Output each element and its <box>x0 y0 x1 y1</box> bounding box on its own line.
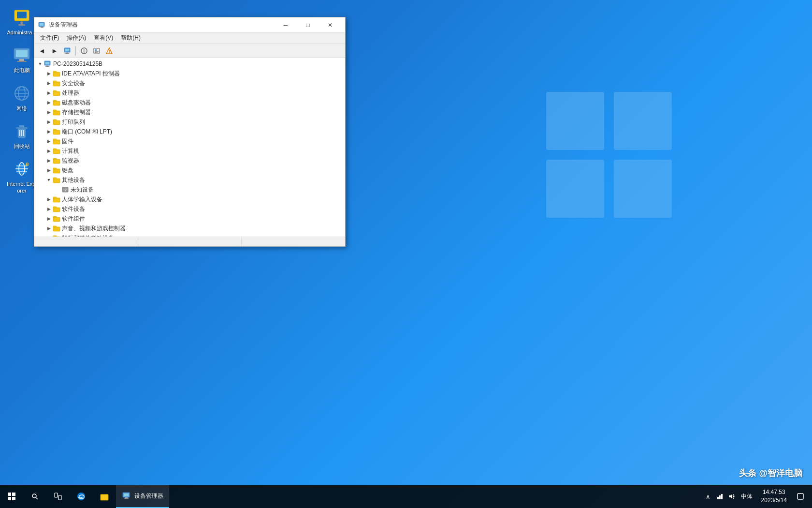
tree-expand-toggle[interactable]: ▶ <box>45 70 53 77</box>
tree-item-label: 端口 (COM 和 LPT) <box>62 128 112 136</box>
update-driver-button[interactable]: ! <box>103 45 115 57</box>
tree-expand-toggle[interactable]: ▶ <box>45 99 53 106</box>
tree-item-label: 未知设备 <box>71 186 94 194</box>
tree-item[interactable]: ▼PC-20230514125B <box>34 59 345 69</box>
tree-item[interactable]: ▶声音、视频和游戏控制器 <box>34 224 345 233</box>
svg-rect-0 <box>546 92 604 150</box>
tree-expand-toggle[interactable]: ▶ <box>45 195 53 203</box>
tree-item-label: 软件设备 <box>62 205 85 213</box>
menu-file[interactable]: 文件(F) <box>36 33 63 43</box>
close-button[interactable]: ✕ <box>319 17 341 33</box>
window-title: 设备管理器 <box>49 21 275 29</box>
tree-item[interactable]: ▶鼠标和其他指针设备 <box>34 233 345 237</box>
tree-item[interactable]: ▶安全设备 <box>34 78 345 88</box>
tree-item[interactable]: ▶IDE ATA/ATAPI 控制器 <box>34 69 345 78</box>
tree-item-icon <box>53 128 60 135</box>
tree-expand-toggle[interactable]: ▶ <box>45 79 53 87</box>
tree-item-label: 监视器 <box>62 157 79 165</box>
show-hidden-button[interactable] <box>91 45 102 57</box>
device-manager-taskbar-icon <box>122 491 131 501</box>
svg-rect-100 <box>58 495 61 500</box>
taskbar-edge[interactable] <box>70 485 93 508</box>
start-button[interactable] <box>0 485 23 508</box>
tree-item[interactable]: ▶磁盘驱动器 <box>34 98 345 107</box>
tree-expand-toggle[interactable]: ▶ <box>45 128 53 135</box>
tree-item[interactable]: ▼其他设备 <box>34 175 345 185</box>
minimize-button[interactable]: ─ <box>275 17 297 33</box>
svg-rect-46 <box>45 62 49 64</box>
tree-item[interactable]: ▶人体学输入设备 <box>34 194 345 204</box>
tree-view[interactable]: ▼PC-20230514125B▶IDE ATA/ATAPI 控制器▶安全设备▶… <box>34 58 345 237</box>
tree-item[interactable]: ▶计算机 <box>34 146 345 156</box>
svg-rect-50 <box>53 71 57 73</box>
taskbar-device-manager[interactable]: 设备管理器 <box>116 485 169 508</box>
tree-expand-toggle[interactable]: ▶ <box>45 157 53 164</box>
properties-button[interactable]: i <box>78 45 90 57</box>
tree-item[interactable]: ▶处理器 <box>34 88 345 98</box>
tray-volume-icon[interactable] <box>726 492 736 501</box>
tree-item[interactable]: ▶软件设备 <box>34 204 345 214</box>
tree-item[interactable]: ▶存储控制器 <box>34 107 345 117</box>
tree-expand-toggle[interactable]: ▶ <box>45 166 53 174</box>
svg-rect-81 <box>53 227 60 231</box>
tree-item[interactable]: ▶键盘 <box>34 165 345 175</box>
tree-item[interactable]: ▶软件组件 <box>34 214 345 224</box>
menubar: 文件(F) 操作(A) 查看(V) 帮助(H) <box>34 33 345 44</box>
svg-rect-107 <box>124 498 129 499</box>
tree-expand-toggle[interactable]: ▶ <box>45 215 53 223</box>
tree-expand-toggle[interactable]: ▶ <box>45 108 53 116</box>
tree-item-icon <box>53 89 60 97</box>
tray-network-icon[interactable] <box>715 492 725 501</box>
svg-rect-75 <box>53 198 60 202</box>
tree-item[interactable]: ▶监视器 <box>34 156 345 165</box>
tree-item-label: 其他设备 <box>62 176 85 184</box>
ie-icon: e <box>12 159 31 179</box>
svg-rect-40 <box>95 49 97 51</box>
tree-item[interactable]: ▶端口 (COM 和 LPT) <box>34 127 345 136</box>
svg-rect-10 <box>19 59 24 61</box>
menu-action[interactable]: 操作(A) <box>63 33 90 43</box>
tree-expand-toggle[interactable]: ▼ <box>36 60 44 68</box>
tree-item-label: 固件 <box>62 137 73 146</box>
search-button[interactable] <box>23 485 46 508</box>
refresh-button[interactable] <box>61 45 73 57</box>
tree-item[interactable]: ?未知设备 <box>34 185 345 194</box>
back-button[interactable]: ◄ <box>36 45 48 57</box>
tray-language[interactable]: 中体 <box>738 493 755 501</box>
svg-rect-47 <box>46 65 48 66</box>
svg-rect-65 <box>53 149 60 154</box>
tree-expand-toggle[interactable]: ▶ <box>45 205 53 213</box>
svg-rect-66 <box>53 149 57 150</box>
menu-help[interactable]: 帮助(H) <box>117 33 145 43</box>
maximize-button[interactable]: □ <box>297 17 319 33</box>
svg-rect-112 <box>798 493 803 499</box>
svg-rect-7 <box>18 24 25 26</box>
notification-center[interactable] <box>793 485 808 508</box>
toolbar-separator-1 <box>75 46 76 56</box>
tree-expand-toggle[interactable]: ▶ <box>45 224 53 232</box>
tree-item[interactable]: ▶打印队列 <box>34 117 345 127</box>
forward-button[interactable]: ► <box>49 45 60 57</box>
tree-expand-toggle[interactable]: ▼ <box>45 176 53 184</box>
svg-point-6 <box>20 21 23 24</box>
tray-datetime[interactable]: 14:47:53 2023/5/14 <box>757 488 791 505</box>
svg-rect-105 <box>124 493 129 496</box>
tree-item[interactable]: ▶固件 <box>34 136 345 146</box>
tree-expand-toggle[interactable]: ▶ <box>45 118 53 126</box>
tree-expand-toggle[interactable]: ▶ <box>45 89 53 97</box>
tray-date: 2023/5/14 <box>761 496 787 505</box>
svg-rect-56 <box>53 100 57 102</box>
svg-rect-78 <box>53 207 57 208</box>
tree-expand-toggle[interactable]: ▶ <box>45 137 53 145</box>
svg-rect-11 <box>17 61 27 62</box>
svg-rect-82 <box>53 226 57 227</box>
taskbar-file-explorer[interactable] <box>93 485 116 508</box>
taskview-button[interactable] <box>46 485 70 508</box>
svg-rect-53 <box>53 91 60 96</box>
tray-up-arrow[interactable]: ∧ <box>703 492 713 501</box>
tree-expand-toggle[interactable] <box>54 186 61 194</box>
statusbar <box>34 237 345 246</box>
menu-view[interactable]: 查看(V) <box>90 33 117 43</box>
recycle-bin-icon <box>12 121 31 141</box>
tree-expand-toggle[interactable]: ▶ <box>45 147 53 155</box>
